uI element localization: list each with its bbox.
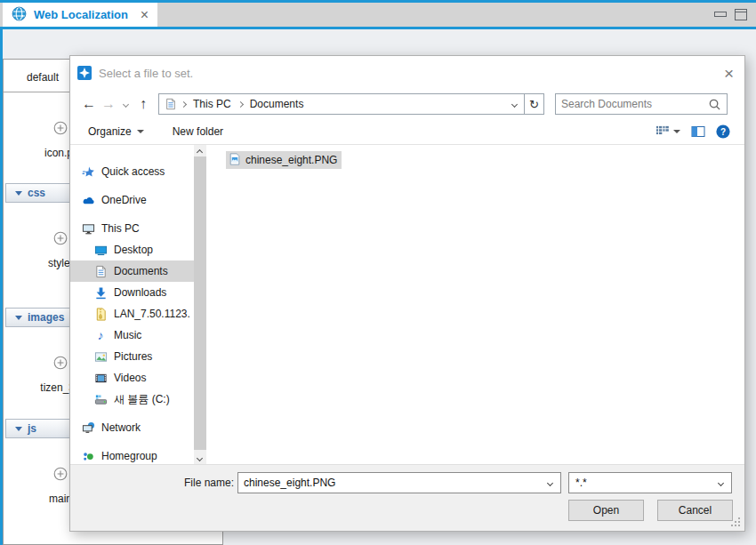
maximize-icon[interactable] [735,9,747,20]
file-name-combo[interactable] [237,472,561,493]
quick-access-icon [81,164,95,179]
breadcrumb-root[interactable]: This PC [190,98,234,110]
cancel-button[interactable]: Cancel [657,500,733,521]
chevron-down-icon [137,130,144,133]
sidebar-item-label: OneDrive [101,194,147,206]
breadcrumb-current[interactable]: Documents [247,98,307,110]
app-window: Web Localization × default icon.prcsssty… [0,0,756,545]
downloads-icon [93,285,108,300]
address-bar: ← → ↑ This PC Documents ↻ [70,90,744,118]
scroll-up-icon[interactable] [197,149,203,156]
triangle-down-icon [15,316,22,320]
recent-locations-chevron-icon[interactable] [124,102,128,107]
dialog-titlebar: Select a file to set. × [70,56,744,90]
scrollbar-thumb[interactable] [194,156,206,450]
dialog-title: Select a file to set. [99,67,717,80]
open-button[interactable]: Open [568,500,644,521]
section-label: css [28,187,45,199]
sidebar-item-label: Documents [114,265,168,277]
view-options-icon[interactable] [655,124,680,138]
search-box[interactable] [555,93,728,115]
forward-icon: → [99,97,118,111]
dialog-content: Quick accessOneDriveThis PCDesktopDocume… [70,145,744,466]
tab-title: Web Localization [34,8,133,21]
triangle-down-icon [15,191,22,196]
close-icon[interactable]: × [724,65,734,82]
this-pc-icon [81,221,95,236]
document-icon [165,98,177,110]
file-type-combo[interactable]: *.* [568,472,732,493]
chevron-down-icon[interactable] [547,480,553,486]
sidebar-item-music[interactable]: ♪Music [70,325,194,346]
sidebar-item-quick-access[interactable]: Quick access [70,161,194,182]
file-name-label: File name: [163,472,234,493]
sidebar-item-label: Quick access [101,165,165,178]
pictures-icon [93,349,108,364]
sidebar-item-videos[interactable]: Videos [70,367,194,389]
resize-grip[interactable] [738,525,740,526]
scroll-down-icon[interactable] [197,455,203,461]
drive-icon [93,392,108,406]
dialog-footer: File name: *.* Open Cancel [70,464,744,531]
close-icon[interactable]: × [141,8,149,22]
new-folder-button[interactable]: New folder [173,125,223,138]
file-list: chinese_eight.PNG [206,145,744,466]
sidebar-item-network[interactable]: Network [70,417,194,438]
sidebar-item-c[interactable]: 새 볼륨 (C:) [70,389,194,410]
chevron-down-icon[interactable] [718,480,724,486]
homegroup-icon [81,449,95,463]
sidebar-item-desktop[interactable]: Desktop [70,239,194,260]
nav-scrollbar[interactable] [194,145,206,466]
triangle-down-icon [15,427,22,431]
sidebar-item-label: Downloads [114,286,166,299]
file-name-input[interactable] [244,474,537,492]
titlebar: Web Localization × [0,0,756,29]
help-icon[interactable]: ? [716,124,730,139]
sidebar-item-label: Homegroup [101,450,157,462]
globe-icon [12,6,27,24]
organize-button[interactable]: Organize [88,125,144,138]
chevron-right-icon [181,102,186,107]
network-icon [81,421,95,435]
sidebar-item-pictures[interactable]: Pictures [70,346,194,367]
sidebar-item-downloads[interactable]: Downloads [70,282,194,303]
file-dialog: Select a file to set. × ← → ↑ This PC Do… [69,55,745,532]
desktop-icon [93,243,108,257]
back-icon[interactable]: ← [79,97,99,111]
sidebar-item-lan-7-50-1123[interactable]: LAN_7.50.1123. [70,303,194,325]
sidebar-item-label: This PC [101,222,140,235]
chevron-down-icon [673,130,680,133]
section-label: js [28,422,36,435]
minimize-icon[interactable] [714,12,727,17]
file-name: chinese_eight.PNG [245,154,337,166]
file-item-chinese-eight-png[interactable]: chinese_eight.PNG [226,151,342,169]
sidebar-item-label: Network [101,421,141,434]
navigation-pane: Quick accessOneDriveThis PCDesktopDocume… [70,145,194,466]
svg-text:?: ? [720,126,726,136]
breadcrumb[interactable]: This PC Documents [158,93,525,115]
preview-pane-icon[interactable] [691,124,705,139]
sidebar-item-this-pc[interactable]: This PC [70,218,194,239]
image-file-icon [229,153,241,168]
music-icon: ♪ [93,328,108,342]
sidebar-item-onedrive[interactable]: OneDrive [70,189,194,211]
chevron-right-icon [238,102,243,107]
organize-label: Organize [88,125,132,138]
tab-web-localization[interactable]: Web Localization × [3,3,157,27]
search-input[interactable] [561,95,704,113]
section-label: images [28,311,64,324]
videos-icon [93,371,108,385]
address-dropdown-chevron-icon[interactable] [512,102,519,107]
refresh-icon[interactable]: ↻ [525,93,544,115]
onedrive-icon [81,193,95,207]
sidebar-item-documents[interactable]: Documents [70,260,194,282]
up-icon[interactable]: ↑ [133,97,153,111]
documents-icon [93,264,108,278]
search-icon[interactable] [708,98,721,114]
tab-default[interactable]: default [4,71,71,92]
sidebar-item-homegroup[interactable]: Homegroup [70,445,194,466]
sidebar-item-label: Music [114,329,141,341]
new-folder-label: New folder [173,125,223,138]
toolbar-right-icons: ? [655,124,730,139]
sidebar-item-label: 새 볼륨 (C:) [114,392,170,407]
